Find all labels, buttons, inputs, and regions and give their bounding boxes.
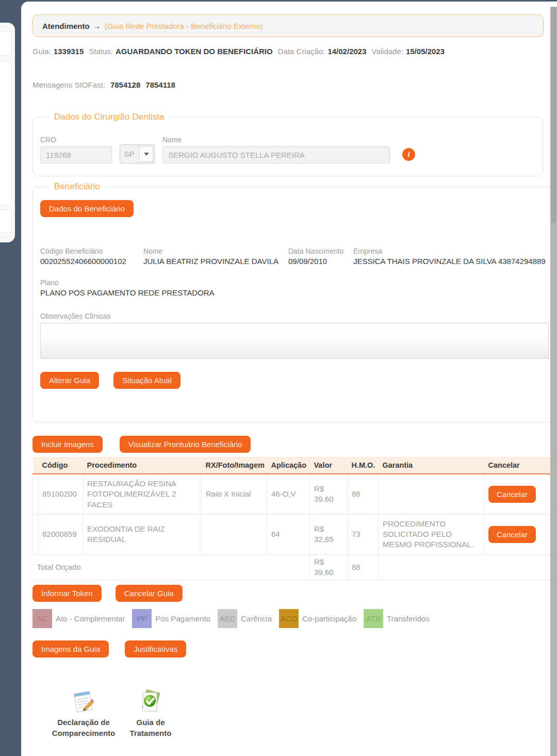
clinical-observations-label: Observações Clínicas (40, 312, 549, 320)
cro-field-group: CRO (40, 136, 112, 163)
application-cell: 46-O,V (267, 474, 310, 514)
attendance-declaration-icon (68, 689, 100, 714)
row-spacer-cell (33, 474, 38, 514)
hmo-cell: 73 (348, 514, 379, 554)
attendance-declaration-label: Declaração de Comparecimento (52, 717, 116, 738)
mensagens-label: Mensagens SIOFast: (32, 80, 105, 89)
cancel-procedure-button[interactable]: Cancelar (488, 486, 536, 503)
legend-label-ac: Ato - Complementar (56, 614, 125, 623)
treatment-guide-label: Guia de Tratamento (130, 717, 172, 738)
dentist-name-input[interactable] (162, 146, 390, 163)
column-header-garantia: Garantia (379, 457, 484, 474)
justifications-button[interactable]: Justificativas (125, 640, 186, 658)
breadcrumb-page: (Guia Rede Prestadora - Beneficiário Ext… (105, 22, 263, 30)
dentist-name-label: Nome (162, 136, 390, 144)
warranty-cell (379, 474, 484, 514)
background-panel-fragment (0, 23, 15, 242)
legend-label-atr: Transferidos (387, 614, 430, 623)
chevron-down-icon (139, 146, 153, 162)
plan-label: Plano (40, 278, 549, 287)
inform-token-button[interactable]: Informar Token (32, 585, 102, 602)
cancel-cell: Cancelar (484, 474, 551, 514)
info-icon[interactable]: i (402, 148, 415, 161)
mensagem-id[interactable]: 7854118 (145, 80, 175, 89)
treatment-guide-item[interactable]: Guia de Tratamento (126, 689, 175, 738)
guia-status-line: Guia:1339315Status:AGUARDANDO TOKEN DO B… (32, 47, 544, 56)
cancel-procedure-button[interactable]: Cancelar (488, 526, 536, 543)
legend-label-aec: Carência (241, 614, 272, 623)
view-beneficiary-record-button[interactable]: Visualizar Prontuário Beneficiário (120, 436, 251, 453)
table-row: 85100200 RESTAURAÇÃO RESINA FOTOPOLIMERI… (33, 474, 551, 514)
beneficiary-name-field: Nome JULIA BEATRIZ PROVINZALE DAVILA (143, 247, 288, 266)
beneficiary-section: Beneficiário Dados do Beneficiário Códig… (32, 182, 556, 422)
legend-badge-aco: ACO (279, 609, 299, 628)
cro-input[interactable] (40, 146, 112, 163)
include-images-button[interactable]: Incluir Imagens (32, 436, 103, 453)
attendance-declaration-item[interactable]: Declaração de Comparecimento (41, 689, 126, 738)
plan-value: PLANO POS PAGAMENTO REDE PRESTADORA (40, 288, 549, 297)
table-header-row: Código Procedimento RX/Foto/Imagem Aplic… (33, 457, 551, 474)
vertical-scrollbar[interactable] (550, 7, 557, 756)
application-cell: 64 (267, 514, 310, 554)
uf-selected-value: SP (120, 145, 138, 163)
background-fragment-box (0, 209, 12, 233)
column-header-codigo: Código (38, 457, 83, 474)
clinical-observations-input[interactable] (40, 323, 549, 359)
plan-field: Plano PLANO POS PAGAMENTO REDE PRESTADOR… (40, 278, 549, 297)
beneficiary-birthdate-label: Data Nascimento (288, 247, 353, 255)
legend-badge-pp: PP (132, 609, 152, 628)
legend-badge-aec: AEC (218, 609, 237, 628)
criacao-value: 14/02/2023 (327, 47, 366, 56)
status-value: AGUARDANDO TOKEN DO BENEFICIÁRIO (116, 47, 273, 56)
uf-select[interactable]: SP (120, 144, 155, 163)
dentist-name-field-group: Nome (162, 136, 390, 163)
document-shortcuts: Declaração de Comparecimento (32, 689, 544, 738)
guia-label: Guia: (32, 47, 51, 56)
background-fragment-box (0, 61, 12, 205)
value-cell: R$ 32,85 (310, 514, 348, 554)
column-header-hmo: H.M.O. (348, 457, 379, 474)
treatment-guide-icon (135, 689, 167, 714)
current-situation-button[interactable]: Situação Atual (113, 372, 181, 389)
column-header-cancelar: Cancelar (484, 457, 551, 474)
beneficiary-code-label: Código Beneficiário (40, 247, 143, 255)
beneficiary-section-title: Beneficiário (50, 182, 105, 192)
beneficiary-code-field: Código Beneficiário 00202552406600000102 (40, 247, 143, 266)
guia-number: 1339315 (54, 47, 84, 56)
breadcrumb-section: Atendimento (42, 22, 90, 30)
procedure-name-cell: EXODONTIA DE RAIZ RESIDUAL (83, 514, 202, 554)
hmo-cell: 88 (348, 474, 379, 514)
procedure-code-cell: 82000859 (38, 514, 83, 554)
value-cell: R$ 39,60 (310, 474, 348, 514)
column-header-procedimento: Procedimento (83, 457, 202, 474)
background-fragment-box (0, 31, 12, 56)
status-label: Status: (89, 47, 113, 56)
cro-label: CRO (40, 136, 112, 144)
row-spacer-cell (33, 514, 38, 554)
beneficiary-company-label: Empresa (353, 247, 549, 255)
rx-cell: Raio X Inicial (202, 474, 267, 514)
beneficiary-name-label: Nome (143, 247, 288, 255)
procedure-code-cell: 85100200 (38, 474, 83, 514)
cancel-guide-button[interactable]: Cancelar Guia (116, 585, 183, 602)
breadcrumb-arrow-icon: → (93, 22, 101, 30)
mensagem-id[interactable]: 7854128 (110, 80, 140, 89)
beneficiary-name-value: JULIA BEATRIZ PROVINZALE DAVILA (143, 257, 288, 266)
legend-badge-atr: ATR (364, 609, 383, 628)
table-total-row: Total Orçado R$ 39,60 88 (33, 554, 551, 580)
change-guide-button[interactable]: Alterar Guia (40, 372, 99, 389)
main-panel: Atendimento → (Guia Rede Prestadora - Be… (21, 2, 557, 756)
legend-badge-ac: AC (32, 609, 52, 628)
validade-value: 15/05/2023 (406, 47, 445, 56)
total-empty-cell (379, 554, 551, 580)
warranty-cell: PROCEDIMENTO SOLICITADO PELO MESMO PROFI… (379, 514, 484, 554)
scrollbar-thumb[interactable] (551, 7, 556, 223)
total-label-cell: Total Orçado (33, 554, 310, 580)
clinical-observations-block: Observações Clínicas (40, 312, 549, 361)
breadcrumb: Atendimento → (Guia Rede Prestadora - Be… (32, 14, 544, 37)
dentist-section: Dados do Cirurgião Dentista CRO SP Nome … (32, 112, 544, 176)
total-value-cell: R$ 39,60 (310, 554, 348, 580)
guide-images-button[interactable]: Imagens da Guia (32, 640, 109, 658)
beneficiary-data-button[interactable]: Dados do Beneficiário (40, 200, 134, 217)
mensagens-siofast-line: Mensagens SIOFast:78541287854118 (32, 80, 544, 89)
